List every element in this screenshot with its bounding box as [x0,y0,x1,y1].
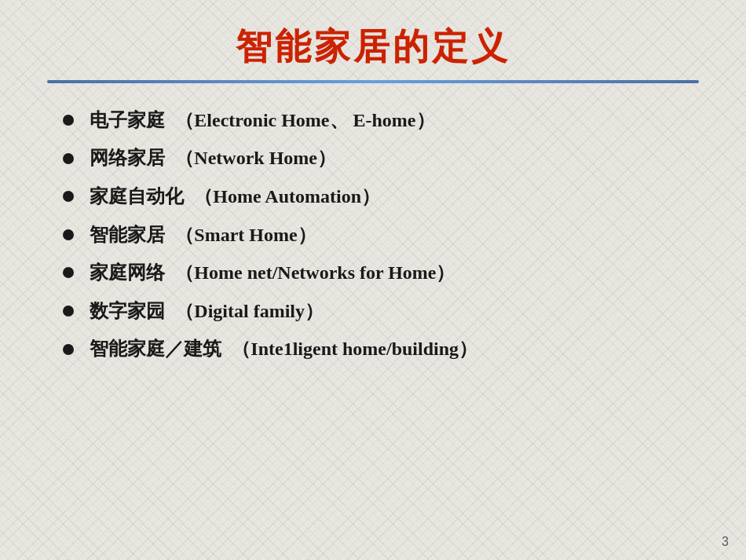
list-item: 智能家庭／建筑 （Inte1ligent home/building） [63,335,699,363]
slide-title: 智能家居的定义 [47,24,699,71]
slide: 智能家居的定义 电子家庭 （Electronic Home、 E-home） 网… [0,0,746,560]
list-item: 网络家居 （Network Home） [63,145,699,172]
bullet-dot [63,115,74,126]
bullet-dot [63,344,74,355]
list-item: 电子家庭 （Electronic Home、 E-home） [63,107,699,134]
item-text-7: 智能家庭／建筑 （Inte1ligent home/building） [90,335,477,363]
bullet-dot [63,267,74,278]
item-text-4: 智能家居 （Smart Home） [90,221,316,249]
item-text-3: 家庭自动化 （Home Automation） [90,183,380,210]
list-item: 家庭网络 （Home net/Networks for Home） [63,259,699,287]
item-text-2: 网络家居 （Network Home） [90,145,336,172]
bullet-dot [63,191,74,202]
list-item: 数字家园 （Digital family） [63,298,699,325]
bullet-dot [63,306,74,317]
bullet-dot [63,229,74,240]
item-text-6: 数字家园 （Digital family） [90,298,324,325]
bullet-list: 电子家庭 （Electronic Home、 E-home） 网络家居 （Net… [63,107,699,363]
item-text-1: 电子家庭 （Electronic Home、 E-home） [90,107,435,134]
title-divider [47,80,699,83]
title-area: 智能家居的定义 [47,24,699,71]
item-text-5: 家庭网络 （Home net/Networks for Home） [90,259,455,287]
list-item: 智能家居 （Smart Home） [63,221,699,249]
page-number: 3 [722,535,729,549]
list-item: 家庭自动化 （Home Automation） [63,183,699,210]
bullet-dot [63,153,74,164]
